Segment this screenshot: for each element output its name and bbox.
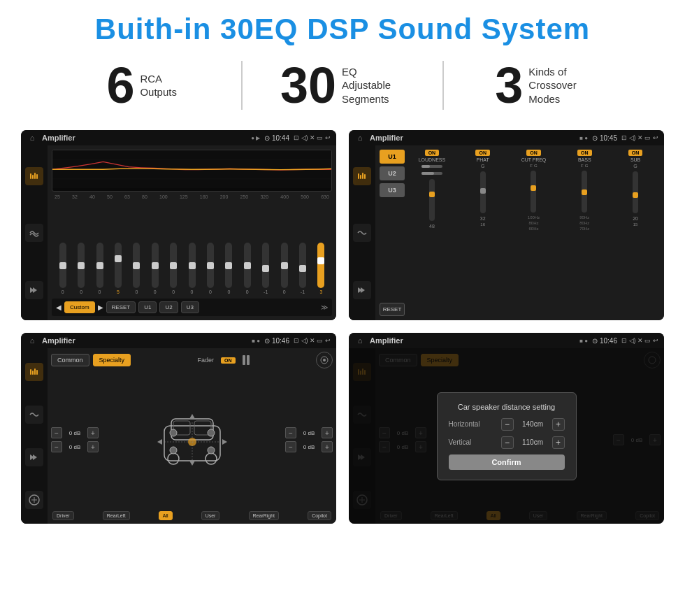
fader-on-badge[interactable]: ON bbox=[221, 357, 236, 364]
crossover-u-buttons: U1 U2 U3 RESET bbox=[380, 150, 405, 316]
status-icons-crossover: ⊡ ◁) ✕ ▭ ↩ bbox=[621, 134, 658, 141]
eq-sliders: 0 0 0 5 0 bbox=[52, 202, 332, 296]
module-on-bass[interactable]: ON bbox=[577, 150, 592, 156]
dialog-horizontal-value: 140cm bbox=[517, 420, 549, 428]
sidebar-icon-fader-4[interactable] bbox=[25, 491, 43, 509]
fader-driver-btn[interactable]: Driver bbox=[52, 511, 74, 520]
sidebar-icon-fader-3[interactable] bbox=[25, 448, 43, 466]
eq-custom-btn[interactable]: Custom bbox=[64, 301, 95, 313]
home-icon-fader[interactable] bbox=[27, 335, 38, 346]
vol-minus-2[interactable]: − bbox=[51, 441, 62, 452]
dot-icons-dialog: ■ ● bbox=[579, 338, 588, 344]
dialog-confirm-button[interactable]: Confirm bbox=[449, 454, 565, 470]
status-time-crossover: ⊙ 10:45 bbox=[592, 134, 617, 142]
svg-rect-3 bbox=[36, 174, 38, 179]
bass-slider[interactable] bbox=[582, 171, 587, 213]
phat-slider[interactable] bbox=[480, 171, 486, 213]
vol-plus-3[interactable]: + bbox=[322, 427, 333, 438]
vol-minus-3[interactable]: − bbox=[285, 427, 296, 438]
module-on-loudness[interactable]: ON bbox=[425, 150, 440, 156]
dialog-vertical-plus[interactable]: + bbox=[552, 436, 565, 449]
dialog-vertical-label: Vertical bbox=[449, 438, 472, 446]
vol-row-4: − 0 dB + bbox=[285, 441, 333, 452]
eq-more-icon[interactable]: ≫ bbox=[321, 303, 328, 311]
vol-minus-1[interactable]: − bbox=[51, 427, 62, 438]
vol-row-2: − 0 dB + bbox=[51, 441, 99, 452]
sidebar-eq bbox=[21, 145, 48, 320]
vol-row-3: − 0 dB + bbox=[285, 427, 333, 438]
eq-u2-btn[interactable]: U2 bbox=[159, 301, 178, 313]
sidebar-icon-cross-active[interactable] bbox=[353, 167, 371, 185]
vol-row-1: − 0 dB + bbox=[51, 427, 99, 438]
eq-reset-btn[interactable]: RESET bbox=[106, 301, 136, 313]
fader-settings-icon[interactable] bbox=[316, 352, 333, 368]
sidebar-icon-eq-3[interactable] bbox=[25, 281, 43, 299]
home-icon-eq[interactable] bbox=[27, 132, 38, 143]
screen-eq: Amplifier ● ▶ ⊙ 10:44 ⊡ ◁) ✕ ▭ ↩ bbox=[21, 130, 336, 320]
vol-minus-4[interactable]: − bbox=[285, 441, 296, 452]
module-on-cutfreq[interactable]: ON bbox=[526, 150, 541, 156]
sub-slider[interactable] bbox=[633, 171, 638, 213]
sidebar-icon-eq-active[interactable] bbox=[25, 167, 43, 185]
sidebar-icon-fader-active[interactable] bbox=[25, 363, 43, 381]
eq-u3-btn[interactable]: U3 bbox=[181, 301, 199, 313]
fader-rearright-btn[interactable]: RearRight bbox=[249, 511, 280, 520]
home-icon-crossover[interactable] bbox=[354, 132, 366, 143]
status-title-dialog: Amplifier bbox=[370, 336, 575, 345]
screen-fader: Amplifier ■ ● ⊙ 10:46 ⊡ ◁) ✕ ▭ ↩ bbox=[21, 333, 336, 523]
u3-button[interactable]: U3 bbox=[380, 183, 405, 197]
sub-value2: 15 bbox=[633, 222, 638, 227]
fader-user-btn[interactable]: User bbox=[201, 511, 220, 520]
dot-icons-crossover: ■ ● bbox=[579, 135, 588, 141]
module-on-sub[interactable]: ON bbox=[628, 150, 643, 156]
module-sub: ON SUB G 20 15 bbox=[611, 150, 660, 316]
vol-plus-2[interactable]: + bbox=[87, 441, 99, 452]
u2-button[interactable]: U2 bbox=[380, 166, 405, 180]
sidebar-icon-cross-2[interactable] bbox=[353, 224, 371, 242]
home-icon-dialog[interactable] bbox=[354, 335, 366, 346]
svg-rect-13 bbox=[364, 174, 366, 179]
vol-plus-4[interactable]: + bbox=[322, 441, 333, 452]
sidebar-crossover bbox=[349, 145, 375, 320]
eq-next-btn[interactable]: ▶ bbox=[98, 303, 103, 311]
fader-tab-common[interactable]: Common bbox=[51, 354, 89, 366]
module-loudness: ON LOUDNESS 48 bbox=[408, 150, 456, 316]
fader-copilot-btn[interactable]: Copilot bbox=[308, 511, 331, 520]
module-on-phat[interactable]: ON bbox=[475, 150, 490, 156]
u1-button[interactable]: U1 bbox=[380, 150, 405, 164]
phat-value: 32 bbox=[480, 216, 486, 221]
sidebar-icon-fader-2[interactable] bbox=[25, 406, 43, 424]
loudness-slider[interactable] bbox=[429, 179, 435, 221]
dialog-horizontal-minus[interactable]: − bbox=[501, 418, 514, 431]
svg-point-36 bbox=[208, 447, 215, 454]
fader-rearleft-btn[interactable]: RearLeft bbox=[103, 511, 130, 520]
dialog-vertical-row: Vertical − 110cm + bbox=[449, 436, 565, 449]
vol-plus-1[interactable]: + bbox=[87, 427, 99, 438]
dialog-vertical-value: 110cm bbox=[517, 438, 549, 446]
dialog-horizontal-plus[interactable]: + bbox=[552, 418, 565, 431]
stat-crossover-number: 3 bbox=[495, 60, 523, 110]
stat-eq-number: 30 bbox=[280, 60, 336, 110]
dot-icons-eq: ● ▶ bbox=[251, 135, 260, 141]
eq-slider-5: 0 bbox=[147, 243, 163, 294]
sidebar-icon-eq-2[interactable] bbox=[25, 224, 43, 242]
sidebar-icon-cross-3[interactable] bbox=[353, 281, 371, 299]
eq-slider-6: 0 bbox=[165, 243, 181, 294]
dialog-vertical-minus[interactable]: − bbox=[501, 436, 514, 449]
eq-u1-btn[interactable]: U1 bbox=[138, 301, 157, 313]
module-label-cutfreq: CUT FREQ bbox=[521, 157, 547, 162]
eq-slider-3: 5 bbox=[110, 243, 126, 294]
module-cutfreq: ON CUT FREQ FG 100Hz 80Hz 60Hz bbox=[510, 150, 558, 316]
fader-tab-specialty[interactable]: Specialty bbox=[93, 354, 131, 366]
sub-value: 20 bbox=[633, 216, 638, 221]
fader-main: − 0 dB + − 0 dB + bbox=[51, 372, 333, 507]
svg-rect-1 bbox=[32, 175, 34, 179]
eq-graph bbox=[52, 150, 332, 192]
fader-all-btn[interactable]: All bbox=[159, 511, 173, 520]
svg-rect-0 bbox=[30, 173, 31, 179]
eq-slider-12: 0 bbox=[276, 243, 292, 294]
cutfreq-slider[interactable] bbox=[531, 171, 536, 213]
eq-prev-btn[interactable]: ◀ bbox=[56, 303, 62, 311]
svg-point-35 bbox=[170, 447, 177, 454]
crossover-reset-btn[interactable]: RESET bbox=[380, 303, 405, 316]
